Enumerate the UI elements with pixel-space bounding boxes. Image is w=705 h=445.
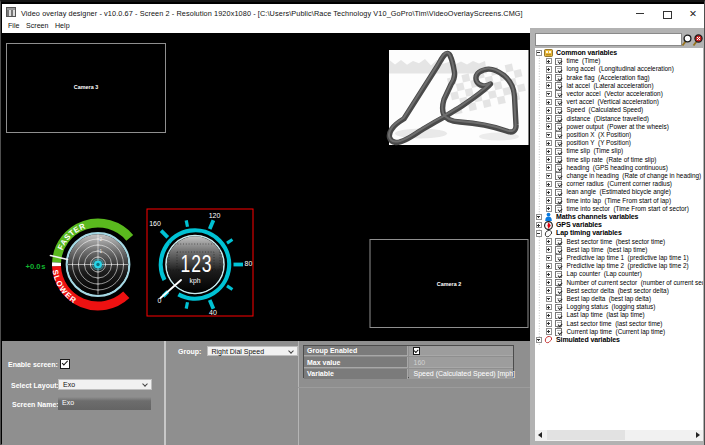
svg-text:Camera 2: Camera 2 [437, 280, 461, 286]
svg-text:2: 2 [100, 236, 103, 241]
svg-text:1: 1 [100, 249, 103, 254]
svg-text:120: 120 [209, 211, 221, 218]
svg-text:kph: kph [190, 277, 201, 285]
svg-text:80: 80 [245, 259, 253, 266]
svg-text:160: 160 [149, 219, 161, 226]
svg-text:40: 40 [209, 308, 217, 315]
svg-text:Camera 3: Camera 3 [74, 84, 98, 90]
svg-text:123: 123 [181, 249, 213, 275]
svg-text:0: 0 [158, 296, 162, 303]
svg-text:+0.0 s: +0.0 s [26, 261, 46, 270]
